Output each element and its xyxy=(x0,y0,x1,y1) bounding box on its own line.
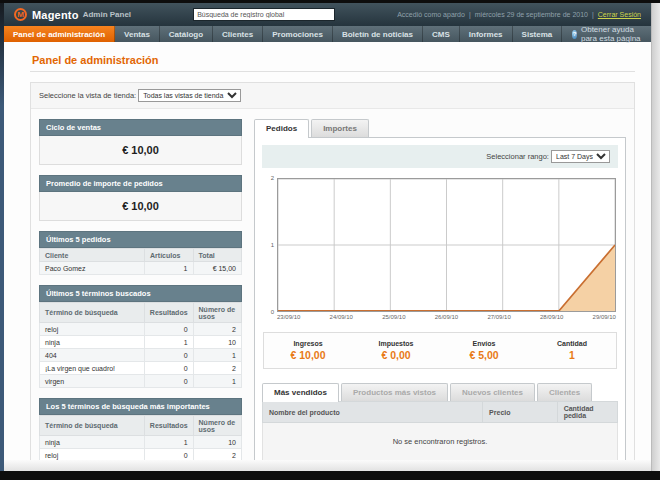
page-title: Panel de administración xyxy=(30,50,635,72)
cell-term: ninja xyxy=(40,336,145,349)
orders-chart: 012 23/09/1024/09/1025/09/1026/09/1027/0… xyxy=(264,178,616,320)
help-globe-icon: ? xyxy=(572,30,577,39)
page-footer-strip xyxy=(4,460,651,471)
nav-item-system[interactable]: Sistema xyxy=(513,26,563,42)
last-orders-widget: Últimos 5 pedidos Cliente Artículos Tota… xyxy=(39,231,242,275)
stat-tax: Impuestos € 0,00 xyxy=(352,340,440,361)
cell-term: ¡La virgen que cuadro! xyxy=(40,362,145,375)
nav-item-reports[interactable]: Informes xyxy=(460,26,513,42)
nav-item-customers[interactable]: Clientes xyxy=(213,26,263,42)
average-orders-value: € 10,00 xyxy=(39,192,242,221)
search-term-row[interactable]: ¡La virgen que cuadro! 0 2 xyxy=(40,362,242,375)
widget-title: Últimos 5 términos buscados xyxy=(39,285,242,302)
cell-uses: 10 xyxy=(193,436,241,449)
cell-results: 1 xyxy=(144,436,193,449)
search-term-row[interactable]: virgen 0 1 xyxy=(40,375,242,388)
dashboard-panel: Seleccione la vista de tienda: Todas las… xyxy=(30,82,635,471)
stat-label: Envíos xyxy=(440,340,528,347)
y-tick-label: 1 xyxy=(271,242,274,248)
store-switcher-label: Seleccione la vista de tienda: xyxy=(39,91,136,100)
logout-link[interactable]: Cerrar Sesión xyxy=(598,11,641,18)
search-term-row[interactable]: ninja 1 10 xyxy=(40,436,242,449)
x-tick-label: 24/09/10 xyxy=(330,314,353,320)
range-select[interactable]: Last 7 Days xyxy=(551,150,610,163)
search-term-row[interactable]: reloj 0 2 xyxy=(40,323,242,336)
search-term-row[interactable]: 404 0 1 xyxy=(40,349,242,362)
cell-term: reloj xyxy=(40,323,145,336)
x-tick-label: 26/09/10 xyxy=(435,314,458,320)
global-search-input[interactable] xyxy=(193,8,335,21)
nav-item-catalog[interactable]: Catálogo xyxy=(160,26,213,42)
chart-x-axis: 23/09/1024/09/1025/09/1026/09/1027/09/10… xyxy=(277,314,616,320)
column-header: Número de usos xyxy=(193,303,241,323)
cell-items: 1 xyxy=(145,262,193,275)
cell-results: 0 xyxy=(144,349,193,362)
stat-value: € 5,00 xyxy=(440,349,528,361)
empty-grid-message: No se encontraron registros. xyxy=(263,423,618,463)
browser-viewport: M Magento Admin Panel Accedió como apard… xyxy=(0,3,660,471)
cell-term: 404 xyxy=(40,349,145,362)
nav-item-dashboard[interactable]: Panel de administración xyxy=(4,26,115,42)
search-term-row[interactable]: ninja 1 10 xyxy=(40,336,242,349)
column-header: Precio xyxy=(483,402,558,423)
store-switcher-select[interactable]: Todas las vistas de tienda xyxy=(138,89,241,102)
order-row[interactable]: Paco Gomez 1 € 15,00 xyxy=(40,262,242,275)
cell-term: ninja xyxy=(40,436,145,449)
chart-y-axis: 012 xyxy=(264,178,277,312)
y-tick-label: 0 xyxy=(271,309,274,315)
chart-plot-area xyxy=(277,178,616,312)
session-info: Accedió como apardo | miércoles 29 de se… xyxy=(397,11,641,18)
help-link[interactable]: ? Obtener ayuda para esta página xyxy=(562,26,651,42)
column-header: Nombre del producto xyxy=(263,402,483,423)
nav-item-sales[interactable]: Ventas xyxy=(115,26,160,42)
column-header: Cliente xyxy=(40,249,145,262)
nav-item-promotions[interactable]: Promociones xyxy=(263,26,333,42)
column-header: Cantidad pedida xyxy=(557,402,617,423)
lifetime-sales-widget: Ciclo de ventas € 10,00 xyxy=(39,119,242,165)
magento-logo-icon: M xyxy=(14,8,27,21)
products-grid: Nombre del producto Precio Cantidad pedi… xyxy=(262,401,618,463)
current-date: miércoles 29 de septiembre de 2010 xyxy=(475,11,588,18)
tab-amounts[interactable]: Importes xyxy=(311,119,369,137)
tab-orders[interactable]: Pedidos xyxy=(254,119,309,138)
column-header: Término de búsqueda xyxy=(40,303,145,323)
stat-label: Cantidad xyxy=(528,340,616,347)
store-switcher: Seleccione la vista de tienda: Todas las… xyxy=(31,83,634,109)
logged-in-as: Accedió como apardo xyxy=(397,11,465,18)
tab-most-viewed: Productos más vistos xyxy=(341,383,448,401)
average-orders-widget: Promedio de importe de pedidos € 10,00 xyxy=(39,175,242,221)
nav-item-newsletter[interactable]: Boletín de noticias xyxy=(333,26,423,42)
y-tick-label: 2 xyxy=(271,175,274,181)
tab-bestsellers[interactable]: Más vendidos xyxy=(262,383,339,402)
totals-bar: Ingresos € 10,00 Impuestos € 0,00 Envíos… xyxy=(263,332,617,369)
cell-results: 0 xyxy=(144,375,193,388)
column-header: Total xyxy=(193,249,241,262)
stat-shipping: Envíos € 5,00 xyxy=(440,340,528,361)
chart-panel: Seleccionar rango: Last 7 Days 012 xyxy=(254,137,626,471)
widget-title: Los 5 términos de búsqueda más important… xyxy=(39,398,242,415)
brand-name: Magento xyxy=(32,9,79,21)
logo: M Magento Admin Panel xyxy=(14,8,131,21)
scrollbar[interactable] xyxy=(651,3,660,471)
nav-item-cms[interactable]: CMS xyxy=(423,26,460,42)
widget-title: Ciclo de ventas xyxy=(39,119,242,136)
products-block: Más vendidos Productos más vistos Nuevos… xyxy=(262,383,618,463)
cell-results: 0 xyxy=(144,323,193,336)
tab-customers: Clientes xyxy=(537,383,592,401)
cell-term: virgen xyxy=(40,375,145,388)
stat-quantity: Cantidad 1 xyxy=(528,340,616,361)
cell-uses: 1 xyxy=(193,349,241,362)
chart-tabs: Pedidos Importes xyxy=(254,119,626,137)
cell-uses: 2 xyxy=(193,323,241,336)
cell-uses: 10 xyxy=(193,336,241,349)
widget-title: Últimos 5 pedidos xyxy=(39,231,242,248)
cell-results: 0 xyxy=(144,362,193,375)
lifetime-sales-value: € 10,00 xyxy=(39,136,242,165)
x-tick-label: 25/09/10 xyxy=(382,314,405,320)
products-tabs: Más vendidos Productos más vistos Nuevos… xyxy=(262,383,618,401)
window-left-edge xyxy=(0,3,4,471)
stat-label: Ingresos xyxy=(264,340,352,347)
stat-value: € 10,00 xyxy=(264,349,352,361)
column-header: Artículos xyxy=(145,249,193,262)
column-header: Resultados xyxy=(144,303,193,323)
